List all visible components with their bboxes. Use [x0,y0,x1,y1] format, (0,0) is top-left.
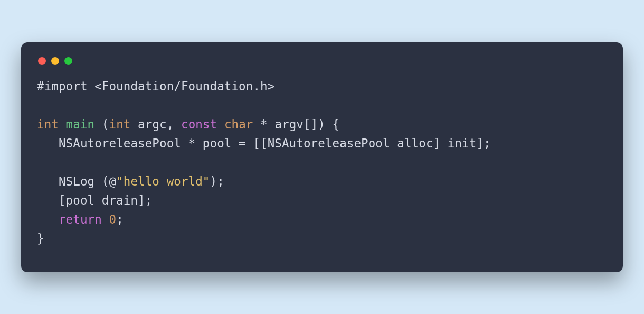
code-token: ); [210,174,224,188]
code-line: NSLog (@"hello world"); [37,174,224,188]
code-line: [pool drain]; [37,193,152,207]
code-token: NSLog (@ [37,174,116,188]
code-line: int main (int argc, const char * argv[])… [37,117,339,131]
code-token: return [59,213,102,226]
code-token: int [109,117,131,131]
code-token: const [181,117,217,131]
minimize-icon[interactable] [51,57,59,65]
code-token: } [37,232,44,245]
code-token: "hello world" [116,174,210,188]
code-window: #import <Foundation/Foundation.h> int ma… [21,42,623,272]
code-token [37,213,59,226]
close-icon[interactable] [38,57,46,65]
code-line: return 0; [37,213,124,226]
code-token: NSAutoreleasePool * pool = [[NSAutorelea… [37,136,491,150]
code-token: ( [94,117,109,131]
code-token: [pool drain]; [37,193,152,207]
code-block[interactable]: #import <Foundation/Foundation.h> int ma… [37,77,607,248]
code-token: main [66,117,95,131]
code-line: NSAutoreleasePool * pool = [[NSAutorelea… [37,136,491,150]
window-titlebar [37,57,607,77]
code-token: #import <Foundation/Foundation.h> [37,79,274,93]
code-line: } [37,232,44,245]
code-token: * argv[]) { [253,117,339,131]
code-token [102,213,109,226]
code-line: #import <Foundation/Foundation.h> [37,79,274,93]
code-token: ; [116,213,124,226]
code-token [217,117,224,131]
maximize-icon[interactable] [64,57,72,65]
code-token [59,117,66,131]
code-token: 0 [109,213,117,226]
code-token: argc, [130,117,181,131]
code-token: char [224,117,253,131]
code-token: int [37,117,59,131]
